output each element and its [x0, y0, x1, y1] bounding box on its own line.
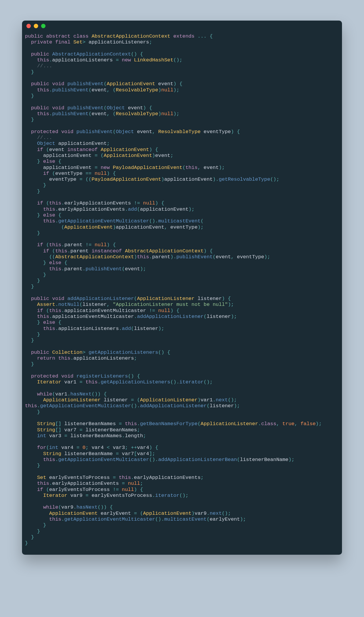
- code-token: (: [182, 165, 185, 170]
- code-token: //...: [25, 135, 52, 140]
- maximize-icon[interactable]: [41, 24, 45, 28]
- code-token: ];: [149, 451, 155, 457]
- code-token: AbstractApplicationContext: [52, 51, 131, 57]
- code-token: if: [25, 248, 52, 254]
- code-token: (: [122, 266, 125, 272]
- code-token: class: [261, 421, 277, 427]
- code-token: }: [25, 534, 34, 540]
- code-token: .: [61, 308, 64, 313]
- code-token: .: [134, 314, 137, 319]
- code-token: getApplicationEventMulticaster: [58, 457, 149, 462]
- code-token: while: [25, 504, 58, 510]
- minimize-icon[interactable]: [34, 24, 38, 28]
- code-token: ();: [222, 511, 231, 516]
- code-token: !=: [110, 487, 122, 492]
- code-token: if: [25, 242, 46, 248]
- code-token: }: [25, 463, 40, 468]
- code-token: earlyApplicationEvents: [134, 475, 200, 480]
- code-token: ResolvableType: [116, 111, 158, 117]
- code-token: ().: [155, 517, 164, 522]
- code-token: else: [43, 212, 58, 218]
- code-token: ) {: [170, 308, 179, 313]
- code-token: listenerBeanName: [64, 451, 113, 457]
- code-token: .: [67, 391, 70, 397]
- code-token: );: [228, 302, 234, 307]
- code-token: this: [25, 457, 55, 462]
- code-token: >: [82, 39, 89, 45]
- code-token: }: [25, 69, 34, 75]
- code-token: .: [61, 242, 64, 248]
- code-token: var7: [122, 451, 134, 457]
- code-token: private final: [25, 39, 73, 45]
- code-token: (: [58, 504, 61, 510]
- code-token: =: [76, 427, 85, 433]
- code-token: .: [61, 517, 64, 522]
- code-token: ): [113, 224, 116, 230]
- code-token: );: [173, 87, 179, 93]
- code-token: ApplicationListener: [137, 296, 198, 301]
- code-token: eventType: [170, 224, 198, 230]
- code-token: }: [25, 260, 49, 266]
- code-token: next: [216, 397, 228, 403]
- code-token: iterator: [179, 379, 204, 385]
- code-token: .: [213, 397, 216, 403]
- code-token: ) {: [134, 487, 143, 492]
- code-token: = (: [131, 511, 143, 516]
- code-token: ((: [25, 254, 55, 260]
- code-token: (: [52, 248, 55, 254]
- code-token: (: [113, 129, 116, 135]
- code-token: () {: [128, 373, 140, 379]
- code-token: !=: [131, 200, 143, 206]
- code-token: event: [125, 266, 140, 272]
- code-token: event: [92, 111, 107, 117]
- code-token: getApplicationEventMulticaster: [58, 218, 149, 224]
- code-token: publishEvent: [67, 81, 104, 87]
- code-token: ): [191, 511, 194, 516]
- code-token: return: [25, 356, 58, 361]
- code-token: =: [119, 481, 128, 486]
- code-token: Object: [25, 141, 58, 146]
- code-token: }: [25, 159, 43, 164]
- code-token: .: [55, 207, 58, 212]
- code-token: =: [110, 475, 119, 480]
- code-token: AbstractApplicationContext: [92, 33, 170, 39]
- code-token: ApplicationEvent: [101, 147, 149, 152]
- code-token: () {: [131, 51, 143, 57]
- code-token: this: [25, 266, 61, 272]
- code-token: .: [37, 403, 40, 409]
- code-token: applicationEvent: [116, 224, 164, 230]
- code-token: var9: [61, 504, 73, 510]
- code-token: ApplicationListener: [25, 397, 104, 403]
- code-token: , (: [107, 87, 116, 93]
- code-token: ,: [107, 302, 113, 307]
- code-token: listener: [82, 302, 107, 307]
- code-token: var9: [195, 511, 207, 516]
- code-token: 0: [82, 445, 85, 450]
- code-token: void: [52, 105, 68, 111]
- code-token: (: [104, 105, 107, 111]
- code-token: );: [219, 165, 225, 170]
- code-token: null: [95, 171, 107, 176]
- code-token: else: [49, 260, 65, 266]
- code-token: instanceof: [64, 147, 101, 152]
- code-token: parent: [70, 248, 89, 254]
- code-token: applicationEventMulticaster: [64, 308, 146, 313]
- code-token: ApplicationEvent: [64, 224, 113, 230]
- code-token: listener: [104, 397, 128, 403]
- code-token: ) {: [204, 248, 213, 254]
- code-token: Iterator: [25, 379, 64, 385]
- code-token: eventType: [204, 129, 231, 135]
- code-token: false: [301, 421, 316, 427]
- code-token: ();: [179, 493, 188, 498]
- code-token: AbstractApplicationContext: [55, 254, 134, 260]
- code-token: ).: [170, 254, 176, 260]
- code-token: void: [52, 296, 68, 301]
- code-token: listenerBeanName: [240, 457, 288, 462]
- code-token: eventType: [25, 177, 76, 182]
- code-token: =: [113, 57, 122, 63]
- code-token: .: [149, 254, 152, 260]
- code-token: registerListeners: [76, 373, 128, 379]
- close-icon[interactable]: [26, 24, 31, 28]
- code-token: (: [46, 487, 49, 492]
- code-token: .: [61, 266, 64, 272]
